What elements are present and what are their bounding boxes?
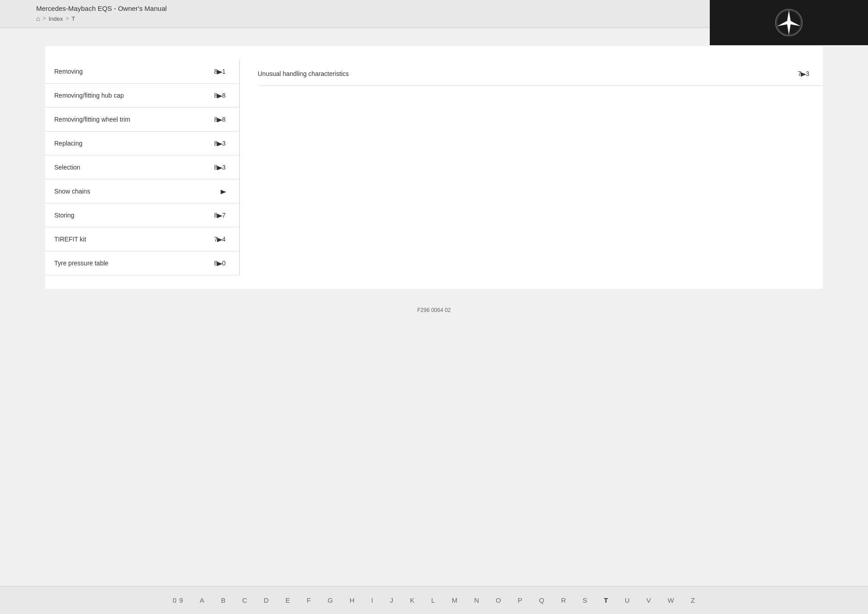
entry-removing-fitting-wheel-trim[interactable]: Removing/fitting wheel trim 8▶8 xyxy=(45,108,239,132)
breadcrumb-sep-1: > xyxy=(42,15,46,22)
alpha-o[interactable]: O xyxy=(488,595,510,606)
alpha-f[interactable]: F xyxy=(298,595,319,606)
breadcrumb-current[interactable]: T xyxy=(71,15,75,22)
alpha-r[interactable]: R xyxy=(553,595,575,606)
alpha-u[interactable]: U xyxy=(617,595,638,606)
main-content: Removing 8▶1 Removing/fitting hub cap 8▶… xyxy=(45,46,823,289)
logo-area xyxy=(710,0,868,45)
entry-snow-chains[interactable]: Snow chains ▶ xyxy=(45,179,239,203)
alpha-z[interactable]: Z xyxy=(683,595,703,606)
alpha-t[interactable]: T xyxy=(596,595,617,606)
alpha-d[interactable]: D xyxy=(256,595,278,606)
alpha-w[interactable]: W xyxy=(660,595,683,606)
entry-removing-fitting-hub-cap[interactable]: Removing/fitting hub cap 8▶8 xyxy=(45,84,239,108)
header: Mercedes-Maybach EQS - Owner's Manual ⌂ … xyxy=(0,0,868,28)
alpha-j[interactable]: J xyxy=(382,595,402,606)
alpha-l[interactable]: L xyxy=(423,595,443,606)
alpha-g[interactable]: G xyxy=(320,595,342,606)
right-column: Unusual handling characteristics 7▶3 xyxy=(240,60,823,275)
entry-replacing[interactable]: Replacing 8▶3 xyxy=(45,132,239,156)
alphabet-bar: 0 9 A B C D E F G H I J K L M N O P Q R … xyxy=(0,586,868,614)
entry-tirefit-kit[interactable]: TIREFIT kit 7▶4 xyxy=(45,227,239,251)
alpha-09[interactable]: 0 9 xyxy=(165,595,192,606)
alpha-n[interactable]: N xyxy=(466,595,488,606)
entry-tyre-pressure-table[interactable]: Tyre pressure table 8▶0 xyxy=(45,251,239,275)
alpha-k[interactable]: K xyxy=(402,595,423,606)
footer-doc-number: F296 0064 02 xyxy=(0,307,868,340)
breadcrumb-sep-2: > xyxy=(66,15,69,22)
entry-selection[interactable]: Selection 8▶3 xyxy=(45,156,239,179)
alpha-a[interactable]: A xyxy=(192,595,213,606)
alpha-e[interactable]: E xyxy=(277,595,298,606)
alpha-b[interactable]: B xyxy=(213,595,234,606)
alpha-p[interactable]: P xyxy=(509,595,531,606)
left-column: Removing 8▶1 Removing/fitting hub cap 8▶… xyxy=(45,60,240,275)
home-icon[interactable]: ⌂ xyxy=(36,15,40,22)
alpha-s[interactable]: S xyxy=(575,595,596,606)
entry-storing[interactable]: Storing 8▶7 xyxy=(45,203,239,227)
alpha-q[interactable]: Q xyxy=(531,595,553,606)
alpha-h[interactable]: H xyxy=(341,595,363,606)
alpha-i[interactable]: I xyxy=(363,595,382,606)
entry-unusual-handling[interactable]: Unusual handling characteristics 7▶3 xyxy=(258,62,823,86)
breadcrumb-index[interactable]: Index xyxy=(48,15,63,22)
alpha-m[interactable]: M xyxy=(443,595,466,606)
mercedes-logo xyxy=(774,8,803,37)
alpha-v[interactable]: V xyxy=(638,595,660,606)
alpha-c[interactable]: C xyxy=(234,595,256,606)
entry-removing[interactable]: Removing 8▶1 xyxy=(45,60,239,84)
